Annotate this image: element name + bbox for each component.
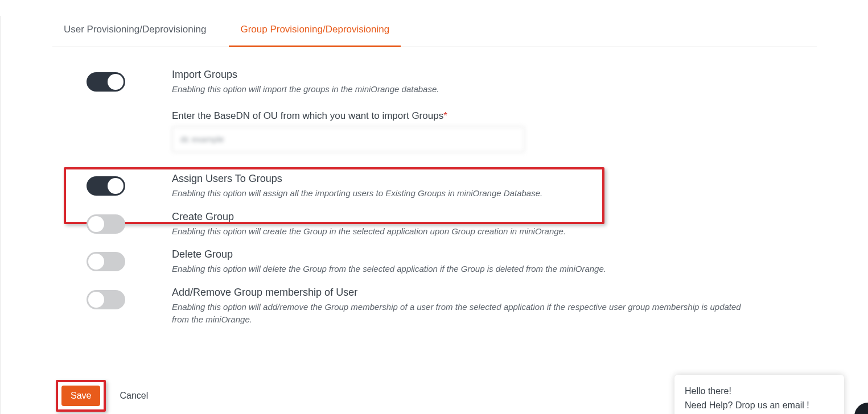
basedn-label: Enter the BaseDN of OU from which you wa… [172,110,817,122]
help-line: Need Help? Drop us an email ! [685,398,834,413]
toggle-create-group[interactable] [87,214,125,234]
option-title: Delete Group [172,249,817,260]
option-delete-group: Delete Group Enabling this option will d… [52,239,817,278]
basedn-input[interactable] [172,126,525,152]
option-create-group: Create Group Enabling this option will c… [52,202,817,240]
tab-user-provisioning[interactable]: User Provisioning/Deprovisioning [52,16,217,47]
option-group-membership: Add/Remove Group membership of User Enab… [52,278,817,328]
option-title: Assign Users To Groups [172,173,817,185]
tabs: User Provisioning/Deprovisioning Group P… [52,16,817,47]
option-assign-users: Assign Users To Groups Enabling this opt… [52,164,817,202]
cancel-button[interactable]: Cancel [116,390,151,401]
tab-group-provisioning[interactable]: Group Provisioning/Deprovisioning [229,16,401,47]
option-desc: Enabling this option will create the Gro… [172,225,741,238]
toggle-import-groups[interactable] [87,72,125,92]
save-button[interactable]: Save [61,386,100,406]
toggle-assign-users[interactable] [87,176,125,196]
chat-bubble-icon[interactable] [854,403,868,414]
help-popup: Hello there! Need Help? Drop us an email… [674,375,844,414]
option-desc: Enabling this option will import the gro… [172,83,741,96]
option-title: Add/Remove Group membership of User [172,287,817,299]
option-desc: Enabling this option will delete the Gro… [172,263,741,275]
toggle-group-membership[interactable] [87,290,125,309]
option-desc: Enabling this option will assign all the… [172,187,741,200]
option-import-groups: Import Groups Enabling this option will … [52,60,817,152]
option-title: Create Group [172,211,817,223]
highlight-save: Save [56,380,106,412]
option-desc: Enabling this option will add/remove the… [172,301,741,326]
option-title: Import Groups [172,69,817,81]
help-line: Hello there! [685,384,834,399]
toggle-delete-group[interactable] [87,252,125,271]
